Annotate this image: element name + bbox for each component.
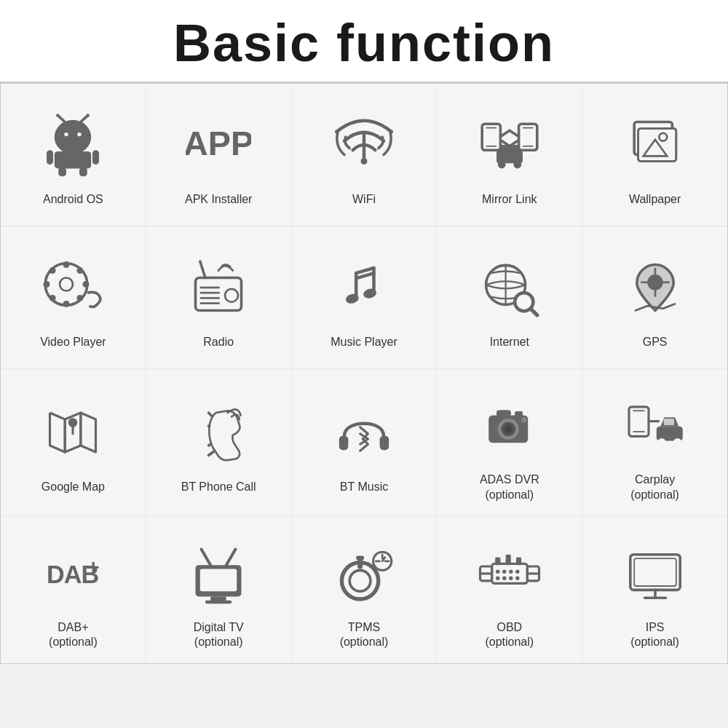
gps-icon — [615, 248, 695, 328]
svg-line-3 — [59, 116, 65, 121]
digital-tv-label: Digital TV (optional) — [194, 620, 244, 651]
svg-text:APP: APP — [186, 124, 251, 162]
svg-rect-73 — [515, 411, 523, 416]
video-player-icon — [33, 248, 113, 328]
adas-dvr-label: ADAS DVR (optional) — [480, 472, 539, 503]
svg-rect-93 — [357, 558, 363, 569]
wallpaper-label: Wallpaper — [629, 192, 681, 207]
svg-point-61 — [68, 419, 78, 428]
google-map-label: Google Map — [41, 480, 105, 495]
cell-bt-music: BT Music — [292, 369, 437, 516]
svg-rect-10 — [59, 167, 67, 177]
tpms-label: TPMS (optional) — [340, 620, 389, 651]
svg-point-56 — [647, 274, 663, 290]
svg-rect-86 — [200, 569, 237, 591]
carplay-label: Carplay (optional) — [630, 472, 679, 503]
svg-point-30 — [60, 278, 73, 291]
radio-icon — [178, 248, 258, 328]
internet-label: Internet — [490, 335, 529, 350]
ips-label: IPS (optional) — [630, 620, 679, 651]
svg-point-34 — [83, 281, 90, 288]
tpms-icon — [324, 533, 404, 613]
svg-point-80 — [657, 438, 665, 446]
wallpaper-icon — [615, 105, 695, 185]
svg-rect-72 — [496, 410, 511, 416]
dab-plus-icon: DAB + — [33, 533, 113, 613]
bt-music-label: BT Music — [340, 480, 388, 495]
svg-rect-87 — [210, 596, 226, 601]
obd-label: OBD (optional) — [485, 620, 534, 651]
svg-rect-65 — [380, 436, 389, 451]
svg-rect-116 — [630, 554, 679, 590]
svg-line-55 — [531, 309, 537, 315]
cell-adas-dvr: ADAS DVR (optional) — [437, 369, 582, 516]
svg-rect-94 — [356, 555, 364, 559]
svg-point-23 — [498, 161, 506, 169]
svg-point-81 — [673, 438, 681, 446]
cell-wallpaper: Wallpaper — [582, 84, 727, 226]
svg-point-31 — [63, 261, 70, 268]
svg-point-105 — [509, 569, 513, 573]
svg-line-5 — [82, 116, 87, 121]
cell-music-player: Music Player — [292, 226, 437, 368]
cell-ips: IPS (optional) — [582, 517, 727, 664]
svg-point-108 — [502, 576, 506, 579]
svg-rect-88 — [205, 600, 232, 604]
svg-point-36 — [77, 295, 84, 301]
carplay-icon — [615, 385, 695, 465]
svg-line-90 — [226, 549, 236, 565]
svg-point-35 — [50, 267, 56, 274]
svg-rect-111 — [495, 557, 500, 565]
cell-radio: Radio — [146, 226, 291, 368]
wifi-label: WiFi — [352, 192, 376, 207]
svg-point-92 — [349, 570, 371, 591]
android-os-label: Android OS — [43, 192, 103, 207]
svg-point-74 — [521, 417, 526, 422]
svg-line-89 — [202, 549, 211, 565]
svg-rect-64 — [339, 436, 349, 451]
digital-tv-icon — [178, 533, 258, 613]
obd-icon — [470, 533, 550, 613]
svg-point-2 — [78, 132, 82, 136]
dab-plus-label: DAB+ (optional) — [49, 620, 98, 651]
svg-point-24 — [513, 161, 521, 169]
music-player-icon — [324, 248, 404, 328]
svg-rect-39 — [196, 278, 242, 311]
svg-point-106 — [515, 569, 519, 573]
svg-rect-9 — [92, 150, 99, 165]
svg-rect-117 — [634, 558, 676, 586]
google-map-icon — [33, 392, 113, 472]
cell-internet: Internet — [437, 226, 582, 368]
cell-mirror-link: Mirror Link — [437, 84, 582, 226]
features-grid: Android OS APP APK Installer — [0, 83, 728, 664]
svg-point-38 — [50, 295, 56, 301]
svg-point-71 — [505, 425, 513, 433]
cell-bt-phone-call: BT Phone Call — [146, 369, 291, 516]
mirror-link-label: Mirror Link — [482, 192, 537, 207]
android-os-icon — [33, 105, 113, 185]
cell-obd: OBD (optional) — [437, 517, 582, 664]
svg-point-32 — [63, 301, 70, 307]
cell-digital-tv: Digital TV (optional) — [146, 517, 291, 664]
radio-label: Radio — [203, 335, 234, 350]
bt-phone-call-label: BT Phone Call — [181, 480, 256, 495]
cell-google-map: Google Map — [1, 369, 146, 516]
page-header: Basic function — [0, 0, 728, 83]
svg-point-110 — [515, 576, 519, 579]
svg-rect-102 — [491, 563, 527, 583]
svg-rect-112 — [505, 554, 510, 564]
svg-point-103 — [496, 569, 499, 573]
svg-rect-8 — [47, 150, 53, 165]
svg-point-107 — [496, 576, 499, 579]
cell-carplay: Carplay (optional) — [582, 369, 727, 516]
ips-icon — [615, 533, 695, 613]
svg-text:+: + — [87, 555, 100, 578]
svg-point-4 — [56, 114, 60, 117]
cell-video-player: Video Player — [1, 226, 146, 368]
svg-point-33 — [44, 281, 50, 288]
svg-rect-7 — [55, 151, 91, 168]
svg-point-6 — [87, 114, 90, 117]
cell-tpms: TPMS (optional) — [292, 517, 437, 664]
svg-point-104 — [502, 569, 506, 573]
internet-icon — [470, 248, 550, 328]
